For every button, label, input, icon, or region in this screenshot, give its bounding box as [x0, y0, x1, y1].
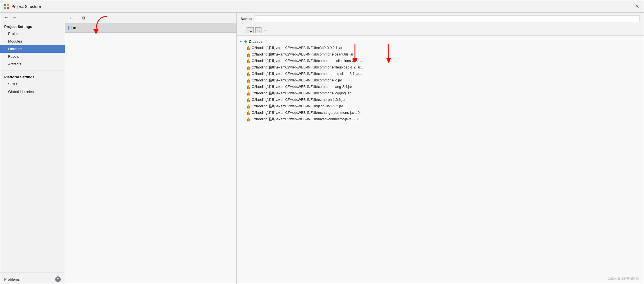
file-path: C:\laoding\临时\exam02\web\WEB-INF\lib\com… [252, 52, 354, 57]
file-path: C:\laoding\临时\exam02\web\WEB-INF\lib\mch… [252, 110, 364, 115]
file-path: C:\laoding\临时\exam02\web\WEB-INF\lib\mys… [252, 117, 363, 122]
file-path: C:\laoding\临时\exam02\web\WEB-INF\lib\com… [252, 78, 342, 83]
classes-icon: ◆ [244, 39, 247, 44]
table-row[interactable]: C:\laoding\临时\exam02\web\WEB-INF\lib\com… [245, 77, 644, 84]
problems-label: Problems [4, 277, 20, 281]
sidebar-divider-bottom [0, 272, 65, 272]
file-path: C:\laoding\临时\exam02\web\WEB-INF\lib\c3p… [252, 46, 343, 50]
table-row[interactable]: C:\laoding\临时\exam02\web\WEB-INF\lib\com… [245, 71, 644, 77]
file-icon [247, 66, 250, 70]
file-icon [247, 46, 250, 50]
table-row[interactable]: C:\laoding\临时\exam02\web\WEB-INF\lib\com… [245, 90, 644, 97]
file-path: C:\laoding\临时\exam02\web\WEB-INF\lib\com… [252, 72, 362, 76]
file-path: C:\laoding\临时\exam02\web\WEB-INF\lib\ezm… [252, 97, 346, 102]
add-class-button[interactable]: + [240, 27, 245, 34]
watermark: CSDN @编程界明世隐 [608, 277, 639, 281]
file-list: C:\laoding\临时\exam02\web\WEB-INF\lib\c3p… [237, 45, 644, 123]
library-name: ib [73, 26, 76, 30]
add-library-button[interactable]: + [68, 15, 73, 21]
problems-section[interactable]: Problems 2 [0, 275, 65, 284]
name-row: Name: [237, 13, 644, 25]
svg-rect-1 [7, 4, 9, 6]
sidebar-item-facets[interactable]: Facets [0, 53, 65, 60]
center-panel: + − ⧉ ib [65, 13, 237, 284]
file-icon [247, 85, 250, 89]
chevron-down-icon: ▼ [240, 40, 242, 43]
sidebar-item-modules[interactable]: Modules [0, 37, 65, 45]
sidebar-item-sdks[interactable]: SDKs [0, 80, 65, 88]
file-icon [247, 92, 250, 96]
copy-library-button[interactable]: ⧉ [81, 15, 86, 21]
sidebar-item-artifacts[interactable]: Artifacts [0, 60, 65, 68]
file-path: C:\laoding\临时\exam02\web\WEB-INF\lib\jso… [252, 104, 343, 109]
table-row[interactable]: C:\laoding\临时\exam02\web\WEB-INF\lib\mch… [245, 110, 644, 116]
back-button[interactable]: ← [3, 14, 10, 21]
table-row[interactable]: C:\laoding\临时\exam02\web\WEB-INF\lib\com… [245, 64, 644, 71]
classes-label: Classes [249, 39, 263, 44]
sidebar-item-libraries[interactable]: Libraries [0, 45, 65, 53]
sidebar-divider [0, 70, 65, 70]
remove-class-button[interactable]: − [263, 27, 269, 34]
right-panel: Name: + +◆ +▪ − ▼ ◆ Classes [237, 13, 644, 284]
sidebar-nav: ← → [0, 13, 65, 22]
file-icon [247, 72, 250, 76]
svg-rect-3 [7, 7, 9, 9]
platform-settings-header: Platform Settings [0, 73, 65, 80]
name-input[interactable] [255, 15, 640, 22]
table-row[interactable]: C:\laoding\临时\exam02\web\WEB-INF\lib\c3p… [245, 45, 644, 51]
table-row[interactable]: C:\laoding\临时\exam02\web\WEB-INF\lib\com… [245, 58, 644, 64]
forward-button[interactable]: → [11, 14, 18, 21]
project-settings-header: Project Settings [0, 22, 65, 30]
svg-rect-2 [4, 7, 6, 9]
table-row[interactable]: C:\laoding\临时\exam02\web\WEB-INF\lib\jso… [245, 103, 644, 110]
file-icon [247, 117, 250, 121]
sidebar-item-global-libraries[interactable]: Global Libraries [0, 88, 65, 96]
window-title: Project Structure [12, 4, 41, 9]
file-icon [247, 111, 250, 115]
file-path: C:\laoding\临时\exam02\web\WEB-INF\lib\com… [252, 85, 352, 89]
add-class-alt2-button[interactable]: +▪ [255, 27, 261, 34]
classes-header[interactable]: ▼ ◆ Classes [237, 38, 644, 45]
table-row[interactable]: C:\laoding\临时\exam02\web\WEB-INF\lib\ezm… [245, 97, 644, 103]
svg-rect-0 [4, 4, 6, 6]
sidebar: ← → Project Settings Project Modules Lib… [0, 13, 65, 284]
file-icon [247, 53, 250, 57]
title-bar: Project Structure ✕ [0, 0, 644, 13]
remove-library-button[interactable]: − [74, 15, 79, 21]
library-icon [68, 26, 71, 30]
library-entry[interactable]: ib [65, 23, 236, 33]
right-toolbar: + +◆ +▪ − [237, 25, 644, 36]
add-class-alt-button[interactable]: +◆ [247, 27, 254, 34]
table-row[interactable]: C:\laoding\临时\exam02\web\WEB-INF\lib\com… [245, 51, 644, 58]
file-icon [247, 79, 250, 83]
center-toolbar: + − ⧉ [65, 13, 236, 23]
file-path: C:\laoding\临时\exam02\web\WEB-INF\lib\com… [252, 59, 363, 63]
file-path: C:\laoding\临时\exam02\web\WEB-INF\lib\com… [252, 65, 363, 70]
classes-section: ▼ ◆ Classes C:\laoding\临时\exam02\web\WEB… [237, 36, 644, 284]
project-structure-icon [4, 4, 9, 9]
table-row[interactable]: C:\laoding\临时\exam02\web\WEB-INF\lib\com… [245, 84, 644, 90]
file-icon [247, 105, 250, 108]
file-icon [247, 59, 250, 63]
problems-badge: 2 [55, 276, 61, 282]
file-icon [247, 98, 250, 102]
close-button[interactable]: ✕ [635, 4, 639, 9]
sidebar-item-project[interactable]: Project [0, 30, 65, 37]
table-row[interactable]: C:\laoding\临时\exam02\web\WEB-INF\lib\mys… [245, 116, 644, 123]
file-path: C:\laoding\临时\exam02\web\WEB-INF\lib\com… [252, 91, 351, 96]
name-label: Name: [241, 17, 252, 21]
